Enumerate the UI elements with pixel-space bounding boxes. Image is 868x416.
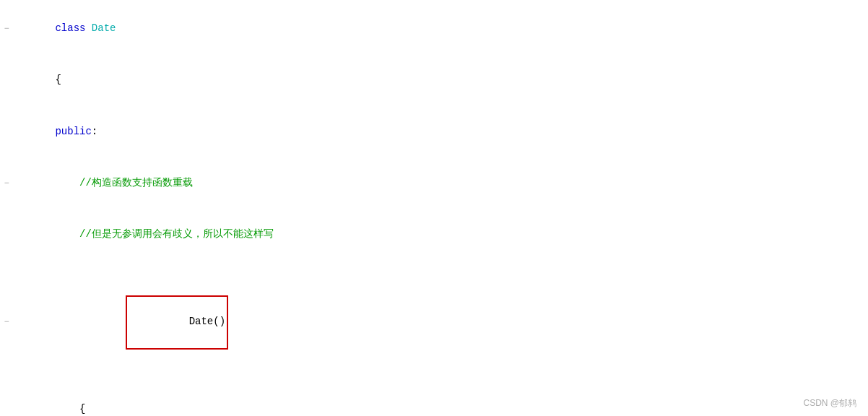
code-container: − class Date { public: − //构造函数支持函数重载 //… [0, 0, 868, 416]
keyword-public: public [55, 126, 91, 137]
collapse-icon-6[interactable]: − [4, 315, 9, 329]
func-date-noarg: Date() [189, 316, 225, 327]
keyword-class: class [55, 22, 91, 34]
code-line-1: − class Date [0, 3, 868, 54]
line-content-5: //但是无参调用会有歧义，所以不能这样写 [13, 209, 868, 261]
code-line-7: { [0, 384, 868, 416]
line-content-4: //构造函数支持函数重载 [13, 157, 868, 209]
line-content-3: public: [13, 106, 868, 157]
line-content-7: { [13, 384, 868, 416]
code-line-3: public: [0, 106, 868, 157]
code-line-6: − Date() [0, 261, 868, 384]
gutter-4[interactable]: − [0, 176, 13, 191]
gutter-6[interactable]: − [0, 315, 13, 329]
colon-public: : [92, 126, 97, 137]
comment-line-1: //构造函数支持函数重载 [55, 177, 192, 188]
watermark: CSDN @郁鸫 [803, 396, 856, 410]
open-brace-1: { [55, 74, 61, 85]
collapse-icon-1[interactable]: − [4, 22, 9, 36]
code-line-4: − //构造函数支持函数重载 [0, 157, 868, 209]
highlighted-date-constructor: Date() [126, 295, 228, 350]
code-line-2: { [0, 54, 868, 105]
code-line-5: //但是无参调用会有歧义，所以不能这样写 [0, 209, 868, 261]
comment-line-2: //但是无参调用会有歧义，所以不能这样写 [55, 228, 273, 240]
classname-date: Date [92, 22, 116, 34]
line-content-1: class Date [13, 3, 868, 54]
line-content-2: { [13, 54, 868, 105]
collapse-icon-4[interactable]: − [4, 176, 9, 191]
open-brace-2: { [55, 403, 85, 415]
line-content-6: Date() [13, 261, 868, 384]
gutter-1[interactable]: − [0, 22, 13, 36]
